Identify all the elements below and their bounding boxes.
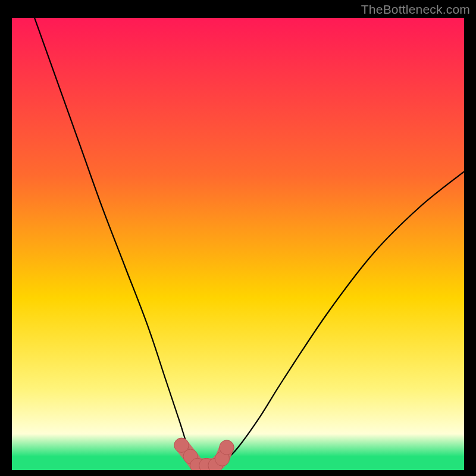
- bottleneck-chart: [0, 0, 476, 476]
- watermark-text: TheBottleneck.com: [361, 2, 470, 17]
- chart-stage: TheBottleneck.com: [0, 0, 476, 476]
- valley-marker: [220, 440, 234, 455]
- gradient-background: [12, 18, 464, 470]
